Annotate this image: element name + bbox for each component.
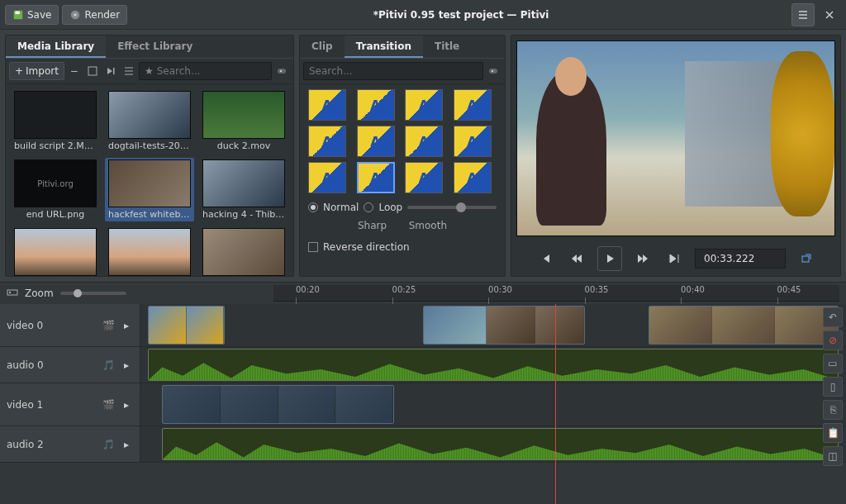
media-search[interactable]: ★ xyxy=(139,62,272,80)
undo-button[interactable]: ↶ xyxy=(823,307,843,327)
transition-item[interactable]: A xyxy=(454,89,492,121)
video-clip[interactable] xyxy=(649,306,839,345)
preview-viewport[interactable] xyxy=(516,40,835,236)
timecode-display[interactable]: 00:33.222 xyxy=(695,249,786,269)
transition-item[interactable]: A xyxy=(405,89,443,121)
import-button[interactable]: + Import xyxy=(9,62,64,80)
transition-item[interactable]: A xyxy=(308,162,346,193)
media-thumbnail xyxy=(202,228,285,276)
track-content[interactable] xyxy=(140,426,846,462)
ruler-tick: 00:45 xyxy=(777,285,801,294)
smoothness-slider[interactable] xyxy=(407,206,497,209)
transition-item[interactable]: A xyxy=(405,126,443,157)
play-button[interactable] xyxy=(597,246,622,271)
transition-item[interactable]: A xyxy=(308,89,346,121)
media-thumbnail xyxy=(108,159,191,207)
clear-search-button[interactable] xyxy=(273,63,290,79)
copy-button[interactable]: ⎘ xyxy=(823,400,843,420)
remove-button[interactable]: − xyxy=(66,63,83,79)
rewind-button[interactable] xyxy=(566,248,587,269)
media-item[interactable]: MVI_0117.MOV xyxy=(199,226,288,276)
insert-end-button[interactable] xyxy=(102,63,119,79)
radio-loop[interactable] xyxy=(364,202,373,212)
playhead[interactable] xyxy=(555,304,556,504)
expand-icon[interactable]: ▸ xyxy=(120,359,133,372)
media-toolbar: + Import − ★ xyxy=(6,59,293,84)
media-item[interactable]: Pitivi.orgend URL.png xyxy=(11,158,100,221)
transition-item[interactable]: A xyxy=(357,89,395,121)
track-header[interactable]: video 0 🎬 ▸ xyxy=(0,304,140,346)
delete-button[interactable]: ⊘ xyxy=(823,330,843,350)
transition-search[interactable] xyxy=(303,62,483,80)
slider-thumb[interactable] xyxy=(456,202,466,212)
render-label: Render xyxy=(84,9,120,21)
tab-transition[interactable]: Transition xyxy=(345,36,423,58)
ruler-tick: 00:30 xyxy=(488,285,512,294)
label-normal: Normal xyxy=(323,202,359,213)
tab-effect-library[interactable]: Effect Library xyxy=(106,36,204,58)
audio-clip[interactable] xyxy=(162,428,839,460)
media-item[interactable]: hackfest whiteboar... xyxy=(105,158,194,221)
forward-button[interactable] xyxy=(632,248,654,269)
close-button[interactable] xyxy=(818,3,841,26)
zoom-slider[interactable] xyxy=(60,292,126,295)
align-button[interactable]: ◫ xyxy=(823,446,843,466)
ungroup-button[interactable]: ▯ xyxy=(823,377,843,397)
expand-icon[interactable]: ▸ xyxy=(120,438,133,451)
transition-item[interactable]: A xyxy=(405,162,443,193)
media-search-input[interactable] xyxy=(157,65,266,77)
group-button[interactable]: ▭ xyxy=(823,354,843,373)
clear-transition-search[interactable] xyxy=(485,63,501,79)
ruler-tick: 00:35 xyxy=(585,285,609,294)
track-header[interactable]: audio 2 🎵 ▸ xyxy=(0,426,140,462)
media-item[interactable]: build script 2.MOV xyxy=(11,89,100,153)
ruler-tick: 00:25 xyxy=(392,285,416,294)
video-clip[interactable] xyxy=(162,385,395,424)
expand-icon[interactable]: ▸ xyxy=(120,319,133,332)
video-clip[interactable] xyxy=(486,306,585,345)
transition-item[interactable]: A xyxy=(454,162,492,193)
render-button[interactable]: Render xyxy=(62,5,127,25)
track-video-0: video 0 🎬 ▸ xyxy=(0,304,846,347)
goto-end-button[interactable] xyxy=(663,248,685,269)
import-label: Import xyxy=(26,65,59,77)
track-header[interactable]: video 1 🎬 ▸ xyxy=(0,383,140,426)
video-clip[interactable] xyxy=(423,306,493,345)
transition-item[interactable]: A xyxy=(357,162,395,193)
track-content[interactable] xyxy=(140,347,846,383)
transition-item[interactable]: A xyxy=(308,126,346,157)
star-icon: ★ xyxy=(145,65,154,77)
menu-button[interactable] xyxy=(791,3,815,26)
label-sharp: Sharp xyxy=(358,220,387,231)
transition-item[interactable]: A xyxy=(357,126,395,157)
goto-start-button[interactable] xyxy=(535,248,556,269)
transition-search-input[interactable] xyxy=(309,65,478,77)
detach-viewer-button[interactable] xyxy=(796,248,817,269)
list-view-button[interactable] xyxy=(121,63,137,79)
timeline-ruler[interactable]: 00:2000:2500:3000:3500:4000:45 xyxy=(273,285,839,302)
media-item[interactable]: MVI_0048.MOV xyxy=(105,226,194,276)
paste-button[interactable]: 📋 xyxy=(823,423,843,443)
media-item[interactable]: hacking 4 - Thibault... xyxy=(199,158,288,221)
video-clip[interactable] xyxy=(148,306,226,345)
expand-icon[interactable]: ▸ xyxy=(120,398,133,411)
zoom-thumb[interactable] xyxy=(74,289,82,297)
transition-grid: AAAAAAAAAAAA xyxy=(308,89,497,193)
track-content[interactable] xyxy=(140,304,846,346)
properties-button[interactable] xyxy=(84,63,101,79)
radio-normal[interactable] xyxy=(308,202,318,212)
checkbox-reverse[interactable] xyxy=(308,242,318,252)
tab-media-library[interactable]: Media Library xyxy=(6,36,106,58)
transition-item[interactable]: A xyxy=(454,126,492,157)
media-item[interactable]: MVI_0001.MOV xyxy=(11,226,100,276)
audio-clip[interactable] xyxy=(148,349,839,381)
transition-panel: Clip Transition Title AAAAAAAAAAAA Norma… xyxy=(299,35,506,277)
media-item[interactable]: duck 2.mov xyxy=(199,89,288,153)
tab-clip[interactable]: Clip xyxy=(300,36,345,58)
save-button[interactable]: Save xyxy=(5,5,59,25)
reverse-row: Reverse direction xyxy=(308,241,497,253)
track-content[interactable] xyxy=(140,383,846,426)
track-header[interactable]: audio 0 🎵 ▸ xyxy=(0,347,140,383)
tab-title[interactable]: Title xyxy=(423,36,471,58)
media-item[interactable]: dogtail-tests-2013-... xyxy=(105,89,194,153)
